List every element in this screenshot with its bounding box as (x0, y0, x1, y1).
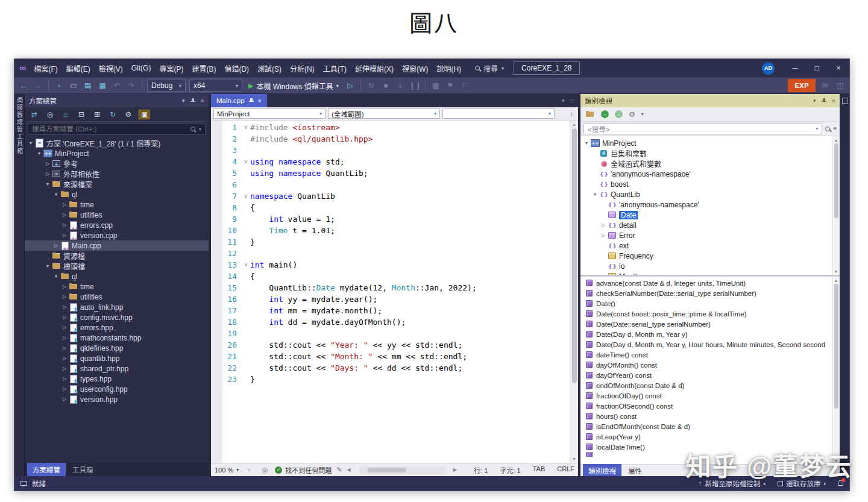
collapse-icon[interactable]: ▾ (591, 192, 599, 197)
navigate-back-icon[interactable]: ← (18, 81, 29, 90)
member-item[interactable]: Date(Date::serial_type serialNumber) (580, 319, 840, 329)
menu-item[interactable]: 分析(N) (286, 61, 319, 75)
code-line[interactable]: 23} (211, 374, 570, 385)
code-line[interactable]: 12 (211, 248, 570, 259)
editor-tab-maincpp[interactable]: Main.cpp × (211, 94, 267, 107)
tree-item[interactable]: Frequency (580, 251, 840, 261)
tree-item[interactable]: 資源檔 (25, 251, 209, 261)
menu-item[interactable]: 建置(B) (187, 61, 220, 75)
tree-item[interactable]: ▷types.hpp (25, 374, 209, 384)
float-window-icon[interactable]: □ (570, 98, 573, 104)
tree-item[interactable]: ▷detail (580, 220, 840, 230)
member-item[interactable]: fractionOfSecond() const (580, 401, 840, 411)
member-item[interactable]: endOfMonth(const Date & d) (580, 380, 840, 391)
code-line[interactable]: 13∨int main() (211, 259, 570, 271)
tree-item[interactable]: ▾QuantLib (580, 189, 840, 199)
tree-item[interactable]: ▷version.hpp (25, 394, 209, 404)
open-file-icon[interactable]: ▭ (68, 81, 79, 90)
member-item[interactable]: hours() const (580, 411, 840, 421)
new-folder-icon[interactable] (585, 110, 595, 119)
tree-item[interactable]: 巨集和常數 (580, 148, 840, 158)
breakpoint-margin[interactable] (211, 316, 222, 328)
member-item[interactable]: Date(const boost::posix_time::ptime & lo… (580, 309, 840, 319)
member-item[interactable]: checkSerialNumber(Date::serial_type seri… (580, 288, 840, 298)
feedback-icon[interactable]: ✉ (819, 81, 830, 90)
expand-icon[interactable]: ▷ (61, 202, 68, 207)
breakpoint-margin[interactable] (211, 168, 222, 179)
code-line[interactable]: 14{ (211, 271, 570, 282)
code-line[interactable]: 2#include <ql/quantlib.hpp> (211, 133, 570, 145)
member-item[interactable]: Date(Day d, Month m, Year y, Hour hours,… (580, 339, 840, 350)
redo-icon[interactable]: ↷ (126, 81, 137, 90)
live-share-icon[interactable]: ◎ (259, 466, 270, 474)
fold-collapse-icon[interactable]: ∨ (242, 190, 250, 202)
member-item[interactable]: fractionOfDay() const (580, 391, 840, 401)
save-icon[interactable]: ▤ (83, 81, 93, 90)
eol-indicator[interactable]: CRLF (557, 465, 574, 475)
minimize-button[interactable]: ─ (784, 59, 806, 77)
expand-icon[interactable]: ▷ (600, 222, 607, 228)
panel-tab[interactable]: 屬性 (623, 464, 647, 477)
expand-icon[interactable]: ▷ (61, 222, 68, 228)
menu-item[interactable]: 偵錯(D) (220, 61, 253, 75)
code-line[interactable]: 9 int value = 1; (211, 213, 570, 225)
expand-icon[interactable]: ▷ (61, 397, 68, 402)
panel-tab[interactable]: 類別檢視 (583, 464, 621, 477)
layout-icon[interactable]: ◫ (835, 81, 846, 90)
pin-icon[interactable] (822, 98, 826, 104)
breakpoint-margin[interactable] (211, 202, 222, 213)
home-icon[interactable]: ⌂ (60, 110, 71, 119)
document-outline-icon[interactable] (842, 98, 848, 104)
scroll-up-icon[interactable]: ▲ (834, 136, 838, 143)
member-item[interactable]: dayOfYear() const (580, 370, 840, 380)
scroll-down-icon[interactable]: ▼ (834, 268, 838, 275)
scroll-up-icon[interactable]: ▲ (572, 121, 576, 128)
code-line[interactable]: 17 int mm = mydate.month(); (211, 305, 570, 316)
code-line[interactable]: 1∨#include <iostream> (211, 122, 570, 133)
start-without-debugging-icon[interactable]: ▷ (345, 81, 356, 90)
menu-item[interactable]: 檢視(V) (95, 61, 127, 75)
breakpoint-margin[interactable] (211, 145, 222, 156)
step-icon[interactable]: ⇣ (395, 81, 406, 90)
tree-item[interactable]: ▷shared_ptr.hpp (25, 363, 209, 374)
vertical-dock-tab[interactable]: 工具箱 (15, 133, 24, 155)
tree-item[interactable]: ▷Error (580, 230, 840, 240)
code-line[interactable]: 22 std::cout << "Days: " << dd << std::e… (211, 362, 570, 374)
code-line[interactable]: 16 int yy = mydate.year(); (211, 293, 570, 305)
code-line[interactable]: 19 (211, 328, 570, 339)
close-icon[interactable]: × (258, 98, 262, 104)
tree-item[interactable]: 'anonymous-namespace' (580, 169, 840, 179)
expand-icon[interactable]: ▷ (61, 233, 68, 238)
member-item[interactable]: isEndOfMonth(const Date & d) (580, 421, 840, 431)
tree-item[interactable]: ▷version.cpp (25, 230, 209, 240)
tree-item[interactable]: ▾標頭檔 (25, 261, 209, 271)
breakpoint-margin[interactable] (211, 225, 222, 236)
tree-item[interactable]: ▷errors.cpp (25, 220, 209, 230)
code-health-indicator[interactable]: ✓ 找不到任何問題 (275, 465, 332, 475)
tree-item[interactable]: ▾ql (25, 271, 209, 281)
pin-icon[interactable] (249, 98, 254, 104)
save-all-icon[interactable]: ▦ (97, 81, 108, 90)
menu-item[interactable]: 測試(S) (253, 61, 286, 75)
tree-item[interactable]: ▾MinProject (580, 138, 840, 148)
menu-item[interactable]: 編輯(E) (62, 61, 95, 75)
code-line[interactable]: 5using namespace QuantLib; (211, 168, 570, 179)
class-view-search-combo[interactable]: <搜尋> ▾ (583, 124, 822, 134)
menu-item[interactable]: Git(G) (127, 62, 156, 74)
breakpoint-margin[interactable] (211, 351, 222, 362)
tree-item[interactable]: ▷time (25, 281, 209, 292)
breakpoint-margin[interactable] (211, 374, 222, 385)
expand-icon[interactable]: ▷ (44, 161, 51, 166)
breakpoint-margin[interactable] (211, 362, 222, 374)
member-item[interactable]: isLeap(Year y) (580, 431, 840, 442)
tree-item[interactable]: ▷errors.hpp (25, 322, 209, 333)
tree-item[interactable]: ▷參考 (25, 158, 209, 169)
code-line[interactable]: 15 QuantLib::Date mydate(12, Month::Jan,… (211, 282, 570, 293)
breakpoint-margin[interactable] (211, 271, 222, 282)
breakpoint-margin[interactable] (211, 293, 222, 305)
undo-icon[interactable]: ↶ (112, 81, 122, 90)
solution-search-box[interactable]: ▾ (28, 124, 206, 135)
break-all-icon[interactable]: ❙❙ (409, 81, 420, 90)
solution-platform-dropdown[interactable]: x64 ▾ (189, 80, 242, 92)
member-item[interactable]: Date() (580, 298, 840, 309)
